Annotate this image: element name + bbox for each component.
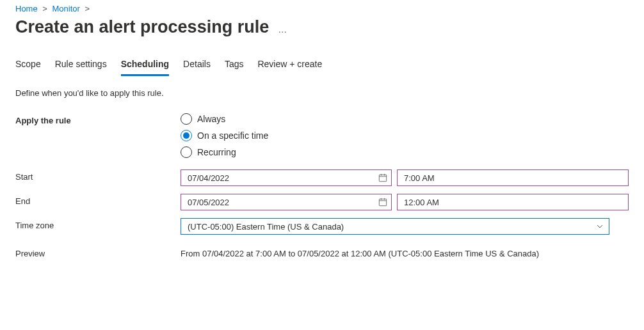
- start-time-input[interactable]: 7:00 AM: [397, 169, 629, 186]
- tabs: Scope Rule settings Scheduling Details T…: [15, 55, 629, 77]
- radio-recurring-label: Recurring: [197, 147, 236, 157]
- tab-rule-settings[interactable]: Rule settings: [55, 55, 107, 76]
- timezone-value: (UTC-05:00) Eastern Time (US & Canada): [188, 222, 596, 232]
- radio-recurring[interactable]: Recurring: [181, 146, 629, 158]
- label-timezone: Time zone: [15, 218, 181, 230]
- end-time-value: 12:00 AM: [404, 198, 439, 207]
- label-start: Start: [15, 169, 181, 182]
- preview-text: From 07/04/2022 at 7:00 AM to 07/05/2022…: [181, 246, 629, 258]
- label-preview: Preview: [15, 246, 181, 258]
- svg-rect-0: [379, 175, 386, 182]
- tab-scheduling[interactable]: Scheduling: [121, 55, 169, 76]
- end-time-input[interactable]: 12:00 AM: [397, 194, 629, 210]
- tab-scope[interactable]: Scope: [15, 55, 41, 76]
- start-date-value: 07/04/2022: [188, 173, 378, 183]
- label-apply-the-rule: Apply the rule: [15, 113, 181, 125]
- end-date-value: 07/05/2022: [188, 198, 378, 207]
- intro-text: Define when you'd like to apply this rul…: [15, 88, 629, 98]
- timezone-select[interactable]: (UTC-05:00) Eastern Time (US & Canada): [181, 218, 609, 235]
- tab-review-create[interactable]: Review + create: [257, 55, 322, 76]
- start-time-value: 7:00 AM: [404, 173, 435, 183]
- radio-specific-label: On a specific time: [197, 130, 268, 141]
- chevron-right-icon: >: [83, 4, 93, 13]
- tab-tags[interactable]: Tags: [225, 55, 244, 76]
- apply-rule-radios: Always On a specific time Recurring: [181, 113, 629, 158]
- breadcrumb-monitor[interactable]: Monitor: [52, 4, 80, 13]
- radio-always[interactable]: Always: [181, 113, 629, 125]
- start-date-input[interactable]: 07/04/2022: [181, 169, 392, 186]
- svg-rect-4: [379, 199, 386, 206]
- end-date-input[interactable]: 07/05/2022: [181, 194, 392, 210]
- chevron-down-icon: [596, 223, 604, 230]
- page-title: Create an alert processing rule: [15, 17, 269, 37]
- radio-icon: [181, 146, 192, 158]
- calendar-icon: [378, 198, 387, 207]
- radio-specific-time[interactable]: On a specific time: [181, 130, 629, 141]
- more-icon[interactable]: …: [278, 20, 287, 35]
- radio-always-label: Always: [197, 114, 225, 124]
- label-end: End: [15, 194, 181, 206]
- tab-details[interactable]: Details: [183, 55, 211, 76]
- calendar-icon: [378, 173, 387, 182]
- breadcrumb-home[interactable]: Home: [15, 4, 38, 13]
- breadcrumb: Home > Monitor >: [15, 4, 629, 13]
- radio-icon: [181, 113, 192, 125]
- chevron-right-icon: >: [40, 4, 50, 13]
- radio-icon: [181, 130, 192, 141]
